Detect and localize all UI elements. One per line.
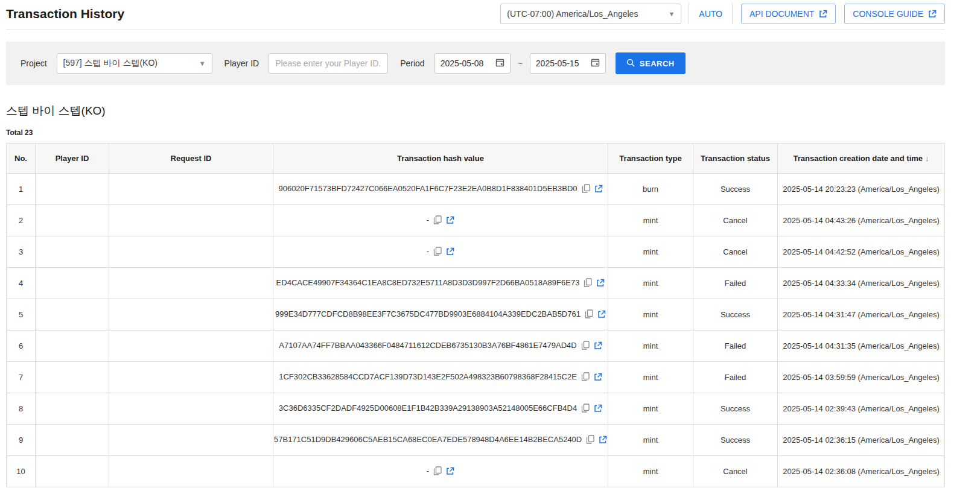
timezone-select[interactable]: (UTC-07:00) America/Los_Angeles ▼ [500, 4, 681, 24]
cell-hash: 57B171C51D9DB429606C5AEB15CA68EC0EA7EDE5… [273, 425, 608, 456]
table-row: 4 ED4CACE49907F34364C1EA8C8ED732E5711A8D… [7, 268, 945, 299]
cell-status: Success [693, 393, 778, 425]
cell-status: Success [693, 299, 778, 331]
cell-created: 2025-05-14 04:31:47 (America/Los_Angeles… [778, 299, 945, 331]
external-link-icon[interactable] [596, 279, 605, 289]
cell-status: Success [693, 425, 778, 456]
cell-player-id [36, 362, 109, 393]
section-title: 스텝 바이 스텝(KO) [6, 103, 945, 119]
sort-desc-icon: ↓ [925, 154, 929, 163]
cell-no: 3 [7, 236, 36, 268]
cell-created: 2025-05-14 04:42:52 (America/Los_Angeles… [778, 236, 945, 268]
column-header-request-id: Request ID [109, 144, 273, 174]
cell-request-id [109, 362, 273, 393]
cell-request-id [109, 174, 273, 205]
column-header-created[interactable]: Transaction creation date and time↓ [778, 144, 945, 174]
cell-hash: - [273, 205, 608, 236]
table-row: 9 57B171C51D9DB429606C5AEB15CA68EC0EA7ED… [7, 425, 945, 456]
cell-created: 2025-05-14 02:39:43 (America/Los_Angeles… [778, 393, 945, 425]
external-link-icon[interactable] [446, 467, 454, 477]
copy-icon[interactable] [581, 372, 590, 383]
cell-player-id [36, 456, 109, 487]
hash-value: 906020F71573BFD72427C066EA0520FA1F6C7F23… [278, 184, 577, 193]
player-id-input[interactable] [269, 53, 388, 74]
cell-player-id [36, 331, 109, 362]
cell-player-id [36, 205, 109, 236]
copy-icon[interactable] [582, 184, 590, 195]
console-guide-button[interactable]: CONSOLE GUIDE [844, 4, 945, 24]
copy-icon[interactable] [581, 404, 590, 414]
column-header-player-id: Player ID [36, 144, 109, 174]
cell-hash: 906020F71573BFD72427C066EA0520FA1F6C7F23… [273, 174, 608, 205]
table-row: 5 999E34D777CDFCD8B98EE3F7C3675DC477BD99… [7, 299, 945, 331]
copy-icon[interactable] [433, 247, 442, 258]
cell-created: 2025-05-14 02:36:08 (America/Los_Angeles… [778, 456, 945, 487]
search-label: SEARCH [640, 59, 675, 68]
cell-created: 2025-05-14 20:23:23 (America/Los_Angeles… [778, 174, 945, 205]
cell-hash: 3C36D6335CF2DADF4925D00608E1F1B42B339A29… [273, 393, 608, 425]
copy-icon[interactable] [585, 309, 593, 320]
project-label: Project [21, 59, 47, 68]
cell-status: Cancel [693, 236, 778, 268]
cell-type: mint [608, 362, 693, 393]
cell-type: mint [608, 331, 693, 362]
cell-status: Cancel [693, 456, 778, 487]
copy-icon[interactable] [581, 341, 590, 352]
table-row: 3 - mint Cancel 2025-05-14 04:42:52 (Ame… [7, 236, 945, 268]
cell-no: 1 [7, 174, 36, 205]
period-to-input[interactable]: 2025-05-15 [530, 53, 606, 74]
search-button[interactable]: SEARCH [616, 52, 686, 74]
copy-icon[interactable] [433, 466, 442, 477]
external-link-icon[interactable] [594, 185, 603, 195]
table-row: 8 3C36D6335CF2DADF4925D00608E1F1B42B339A… [7, 393, 945, 425]
cell-status: Failed [693, 362, 778, 393]
cell-request-id [109, 205, 273, 236]
cell-created: 2025-05-14 04:43:26 (America/Los_Angeles… [778, 205, 945, 236]
cell-created: 2025-05-14 02:36:15 (America/Los_Angeles… [778, 425, 945, 456]
period-label: Period [400, 59, 424, 68]
api-document-button[interactable]: API DOCUMENT [741, 4, 836, 24]
copy-icon[interactable] [433, 215, 442, 226]
copy-icon[interactable] [584, 278, 592, 289]
copy-icon[interactable] [586, 435, 594, 446]
external-link-icon[interactable] [594, 373, 602, 383]
external-link-icon[interactable] [594, 341, 602, 352]
header-actions: (UTC-07:00) America/Los_Angeles ▼ AUTO A… [500, 4, 945, 24]
external-link-icon[interactable] [446, 216, 454, 226]
cell-hash: A7107AA74FF7BBAA043366F0484711612CDEB673… [273, 331, 608, 362]
project-value: [597] 스텝 바이 스텝(KO) [63, 58, 158, 69]
column-header-created-label: Transaction creation date and time [793, 154, 923, 163]
cell-status: Cancel [693, 205, 778, 236]
external-link-icon[interactable] [599, 435, 607, 446]
auto-button[interactable]: AUTO [689, 4, 733, 24]
chevron-down-icon: ▼ [668, 10, 675, 17]
column-header-type: Transaction type [608, 144, 693, 174]
cell-no: 9 [7, 425, 36, 456]
external-link-icon[interactable] [446, 247, 454, 258]
cell-player-id [36, 236, 109, 268]
timezone-value: (UTC-07:00) America/Los_Angeles [507, 9, 638, 19]
cell-hash: - [273, 456, 608, 487]
hash-value: A7107AA74FF7BBAA043366F0484711612CDEB673… [279, 341, 576, 350]
hash-value: ED4CACE49907F34364C1EA8C8ED732E5711A8D3D… [276, 278, 580, 287]
cell-type: mint [608, 425, 693, 456]
cell-player-id [36, 268, 109, 299]
external-link-icon[interactable] [597, 310, 606, 320]
console-guide-label: CONSOLE GUIDE [853, 9, 923, 19]
cell-created: 2025-05-14 04:33:34 (America/Los_Angeles… [778, 268, 945, 299]
external-link-icon[interactable] [594, 404, 602, 414]
period-from-input[interactable]: 2025-05-08 [434, 53, 511, 74]
cell-request-id [109, 393, 273, 425]
cell-status: Failed [693, 268, 778, 299]
cell-type: mint [608, 299, 693, 331]
table-row: 1 906020F71573BFD72427C066EA0520FA1F6C7F… [7, 174, 945, 205]
project-select[interactable]: [597] 스텝 바이 스텝(KO) ▼ [57, 53, 212, 74]
filter-bar: Project [597] 스텝 바이 스텝(KO) ▼ Player ID P… [6, 42, 945, 85]
cell-no: 5 [7, 299, 36, 331]
hash-value: 3C36D6335CF2DADF4925D00608E1F1B42B339A29… [279, 404, 577, 413]
chevron-down-icon: ▼ [199, 60, 206, 67]
column-header-hash: Transaction hash value [273, 144, 608, 174]
hash-value: - [427, 215, 429, 224]
api-document-label: API DOCUMENT [749, 9, 814, 19]
cell-request-id [109, 236, 273, 268]
